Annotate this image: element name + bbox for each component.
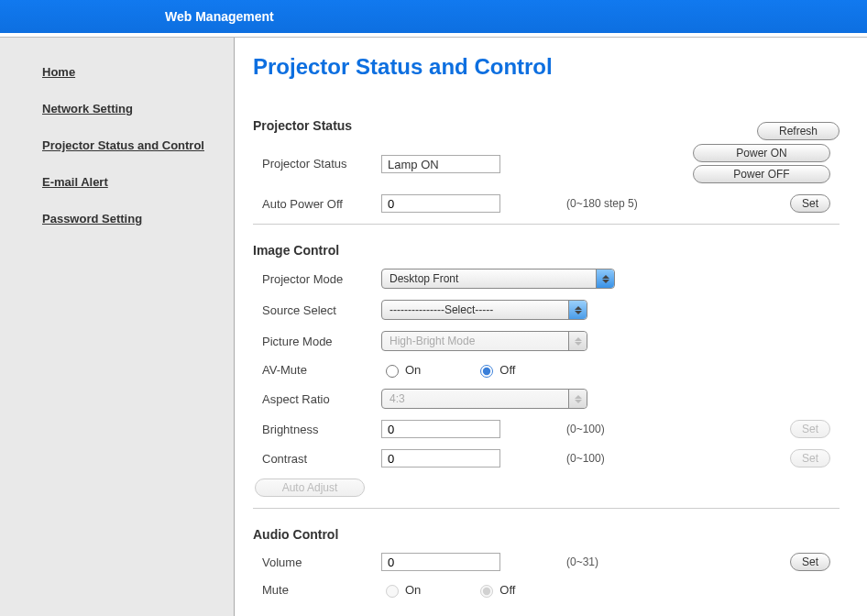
volume-row: Volume (0~31) Set <box>253 553 840 571</box>
sidebar-item-email-alert[interactable]: E-mail Alert <box>42 175 234 189</box>
contrast-row: Contrast (0~100) Set <box>253 449 840 468</box>
av-mute-on-radio[interactable] <box>386 365 399 378</box>
source-select-label: Source Select <box>253 303 381 317</box>
av-mute-row: AV-Mute On Off <box>253 362 840 378</box>
source-select-dropdown[interactable]: ---------------Select----- <box>381 300 587 320</box>
projector-mode-row: Projector Mode Desktop Front <box>253 269 840 289</box>
brightness-label: Brightness <box>253 423 381 436</box>
source-select-row: Source Select ---------------Select----- <box>253 300 840 320</box>
contrast-set-button: Set <box>790 449 830 468</box>
source-select-value: ---------------Select----- <box>390 303 493 316</box>
contrast-input[interactable] <box>381 449 500 468</box>
aspect-ratio-value: 4:3 <box>390 392 405 405</box>
app-title: Web Management <box>165 9 274 24</box>
auto-adjust-button: Auto Adjust <box>255 478 365 497</box>
image-control-heading: Image Control <box>253 243 840 258</box>
brightness-row: Brightness (0~100) Set <box>253 420 840 438</box>
av-mute-off-option[interactable]: Off <box>476 362 515 378</box>
contrast-label: Contrast <box>253 452 381 466</box>
projector-status-value: Lamp ON <box>381 155 500 173</box>
projector-status-heading: Projector Status <box>253 118 352 133</box>
chevron-updown-icon <box>568 301 587 319</box>
audio-control-heading: Audio Control <box>253 527 840 542</box>
volume-hint: (0~31) <box>555 556 693 568</box>
mute-row: Mute On Off <box>253 582 840 598</box>
chevron-updown-icon <box>596 270 614 288</box>
auto-adjust-row: Auto Adjust <box>253 478 840 497</box>
projector-mode-label: Projector Mode <box>253 272 381 286</box>
power-on-button[interactable]: Power ON <box>693 144 830 162</box>
content-area: Projector Status and Control Projector S… <box>235 38 867 616</box>
mute-on-option: On <box>381 582 421 598</box>
status-heading-row: Projector Status Refresh <box>253 118 840 144</box>
picture-mode-row: Picture Mode High-Bright Mode <box>253 331 840 351</box>
brightness-input[interactable] <box>381 420 500 438</box>
mute-on-radio <box>386 585 399 598</box>
divider <box>253 508 840 509</box>
auto-power-off-input[interactable] <box>381 194 500 213</box>
top-bar: Web Management <box>0 0 867 33</box>
refresh-button[interactable]: Refresh <box>757 122 840 140</box>
contrast-hint: (0~100) <box>555 452 693 465</box>
aspect-ratio-row: Aspect Ratio 4:3 <box>253 389 840 409</box>
auto-power-off-set-button[interactable]: Set <box>790 194 830 213</box>
page-title: Projector Status and Control <box>253 54 840 80</box>
power-off-button[interactable]: Power OFF <box>693 165 830 183</box>
mute-label: Mute <box>253 583 381 597</box>
av-mute-label: AV-Mute <box>253 363 381 377</box>
projector-mode-value: Desktop Front <box>390 272 458 285</box>
auto-power-off-hint: (0~180 step 5) <box>555 197 693 210</box>
divider <box>253 224 840 225</box>
chevron-updown-icon <box>568 390 587 408</box>
mute-off-option: Off <box>476 582 515 598</box>
auto-power-off-row: Auto Power Off (0~180 step 5) Set <box>253 194 840 213</box>
sidebar-item-network-setting[interactable]: Network Setting <box>42 102 234 116</box>
aspect-ratio-label: Aspect Ratio <box>253 392 381 406</box>
sidebar-item-home[interactable]: Home <box>42 65 234 79</box>
volume-input[interactable] <box>381 553 500 571</box>
picture-mode-value: High-Bright Mode <box>390 335 475 347</box>
sidebar: Home Network Setting Projector Status an… <box>0 38 235 616</box>
mute-off-radio <box>480 585 493 598</box>
projector-mode-select[interactable]: Desktop Front <box>381 269 615 289</box>
av-mute-off-radio[interactable] <box>480 365 493 378</box>
picture-mode-label: Picture Mode <box>253 335 381 348</box>
av-mute-on-option[interactable]: On <box>381 362 421 378</box>
picture-mode-select: High-Bright Mode <box>381 331 587 351</box>
brightness-set-button: Set <box>790 420 830 438</box>
page-body: Home Network Setting Projector Status an… <box>0 38 867 616</box>
aspect-ratio-select: 4:3 <box>381 389 587 409</box>
volume-label: Volume <box>253 556 381 569</box>
sidebar-item-projector-status-control[interactable]: Projector Status and Control <box>42 138 234 152</box>
volume-set-button[interactable]: Set <box>790 553 830 571</box>
brightness-hint: (0~100) <box>555 423 693 435</box>
auto-power-off-label: Auto Power Off <box>253 197 381 211</box>
chevron-updown-icon <box>568 332 587 350</box>
projector-status-row: Projector Status Lamp ON Power ON Power … <box>253 144 840 183</box>
projector-status-label: Projector Status <box>253 157 381 170</box>
sidebar-item-password-setting[interactable]: Password Setting <box>42 212 234 226</box>
